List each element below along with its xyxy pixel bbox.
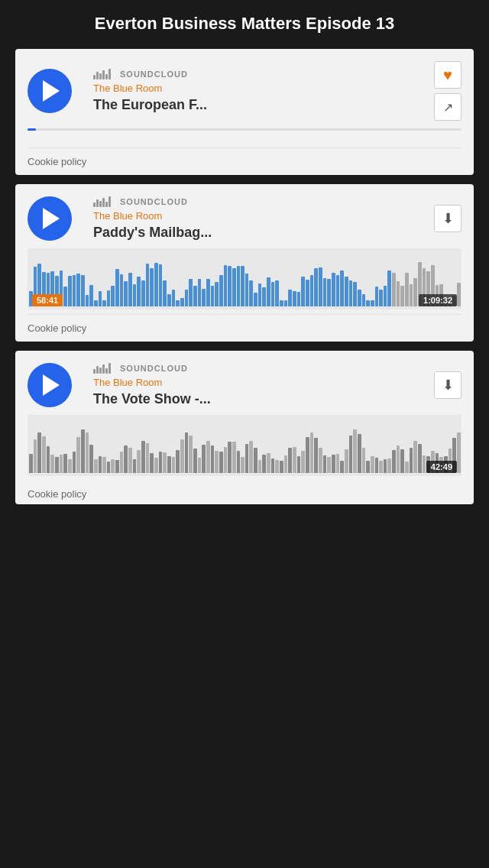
waveform-bar xyxy=(327,457,331,473)
waveform-bar xyxy=(353,429,357,473)
waveform-bar xyxy=(314,438,318,473)
waveform-bar xyxy=(345,277,348,306)
sc-bar xyxy=(102,198,105,207)
cookie-policy-1[interactable]: Cookie policy xyxy=(28,147,461,175)
waveform-bar xyxy=(176,300,180,306)
soundcloud-label-1: SOUNDCLOUD xyxy=(120,70,188,79)
waveform-3[interactable] xyxy=(28,415,461,476)
waveform-bar xyxy=(150,268,154,306)
waveform-bar xyxy=(211,286,215,306)
sc-bar xyxy=(105,202,108,207)
play-button-1[interactable] xyxy=(28,69,72,113)
waveform-bar xyxy=(297,292,301,306)
play-button-3[interactable] xyxy=(28,363,72,407)
waveform-bar xyxy=(267,453,270,473)
waveform-bar xyxy=(180,298,184,306)
waveform-bar xyxy=(115,269,119,306)
card-meta-3: SOUNDCLOUD The Blue Room The Vote Show -… xyxy=(93,363,211,407)
waveform-bar xyxy=(55,457,59,473)
player-card-3: SOUNDCLOUD The Blue Room The Vote Show -… xyxy=(15,351,474,504)
waveform-bar xyxy=(224,447,228,473)
sc-bar xyxy=(108,363,111,374)
waveform-2[interactable] xyxy=(28,248,461,309)
waveform-bar xyxy=(120,452,124,473)
waveform-bar xyxy=(310,432,314,473)
download-button-2[interactable]: ⬇ xyxy=(434,205,461,232)
waveform-bar xyxy=(133,284,137,306)
waveform-bar xyxy=(293,291,296,306)
card-actions-1: ♥ ↗ xyxy=(434,61,461,121)
sc-bar xyxy=(96,72,99,79)
waveform-bar xyxy=(68,459,72,473)
waveform-bar xyxy=(154,458,158,473)
waveform-bar xyxy=(371,300,374,306)
waveform-bar xyxy=(37,432,41,473)
waveform-bar xyxy=(275,460,279,473)
artist-link-2[interactable]: The Blue Room xyxy=(93,210,212,222)
sc-bar xyxy=(102,70,105,79)
waveform-bar xyxy=(457,432,461,473)
card-top-row-2: SOUNDCLOUD The Blue Room Paddy's Mailbag… xyxy=(28,196,461,241)
share-icon: ↗ xyxy=(443,100,453,115)
sc-bars-2 xyxy=(93,196,111,207)
waveform-bar xyxy=(128,448,132,473)
cookie-policy-3[interactable]: Cookie policy xyxy=(28,481,461,504)
waveform-bar xyxy=(323,455,327,473)
page-header: Everton Business Matters Episode 13 xyxy=(0,0,489,49)
cookie-policy-2[interactable]: Cookie policy xyxy=(28,314,461,342)
waveform-bar xyxy=(176,450,180,473)
waveform-bar xyxy=(99,456,102,473)
waveform-bar xyxy=(375,458,379,473)
progress-area-1 xyxy=(28,128,461,143)
waveform-bar xyxy=(124,445,128,473)
card-actions-2: ⬇ xyxy=(434,205,461,232)
waveform-bar xyxy=(219,275,223,306)
waveform-bar xyxy=(60,455,63,473)
waveform-bar xyxy=(163,280,167,306)
share-button-1[interactable]: ↗ xyxy=(434,93,461,121)
artist-link-1[interactable]: The Blue Room xyxy=(93,83,207,94)
waveform-bar xyxy=(249,280,253,306)
waveform-bar xyxy=(340,461,344,473)
waveform-bar xyxy=(280,461,283,473)
time-elapsed-2: 58:41 xyxy=(32,294,63,306)
waveform-bar xyxy=(232,268,236,306)
waveform-bar xyxy=(172,457,176,474)
download-button-3[interactable]: ⬇ xyxy=(434,371,461,399)
player-card-1: SOUNDCLOUD The Blue Room The European F.… xyxy=(15,49,474,175)
waveform-bar xyxy=(193,449,197,473)
waveform-bar xyxy=(128,273,132,306)
waveform-bar xyxy=(47,446,50,473)
sc-bar xyxy=(99,368,102,374)
waveform-bar xyxy=(271,282,275,306)
waveform-bar xyxy=(159,264,163,306)
waveform-bar xyxy=(107,462,111,473)
waveform-bar xyxy=(245,274,249,306)
play-button-2[interactable] xyxy=(28,196,72,241)
artist-link-3[interactable]: The Blue Room xyxy=(93,377,211,388)
progress-bar-1[interactable] xyxy=(28,128,461,131)
waveform-bar xyxy=(224,265,228,306)
waveform-bar xyxy=(198,279,202,306)
waveform-bar xyxy=(202,445,206,473)
waveform-bar xyxy=(340,270,344,306)
waveform-bar xyxy=(288,290,292,306)
waveform-bar xyxy=(400,449,404,473)
waveform-bar xyxy=(206,279,210,306)
sc-bars-1 xyxy=(93,69,111,79)
waveform-area-2: 58:41 1:09:32 xyxy=(28,248,461,309)
waveform-bar xyxy=(202,289,206,306)
soundcloud-branding-1: SOUNDCLOUD xyxy=(93,69,207,79)
waveform-area-3: 42:49 xyxy=(28,415,461,476)
soundcloud-label-2: SOUNDCLOUD xyxy=(120,197,188,206)
waveform-bar xyxy=(271,458,275,473)
card-meta-1: SOUNDCLOUD The Blue Room The European F.… xyxy=(93,69,207,113)
waveform-bar xyxy=(193,286,197,306)
waveform-bar xyxy=(336,454,340,473)
time-total-2: 1:09:32 xyxy=(419,294,457,306)
waveform-bar xyxy=(241,457,244,473)
track-title-2: Paddy's Mailbag... xyxy=(93,225,212,241)
sc-bar xyxy=(99,201,102,207)
waveform-bar xyxy=(163,452,167,473)
heart-button-1[interactable]: ♥ xyxy=(434,61,461,89)
